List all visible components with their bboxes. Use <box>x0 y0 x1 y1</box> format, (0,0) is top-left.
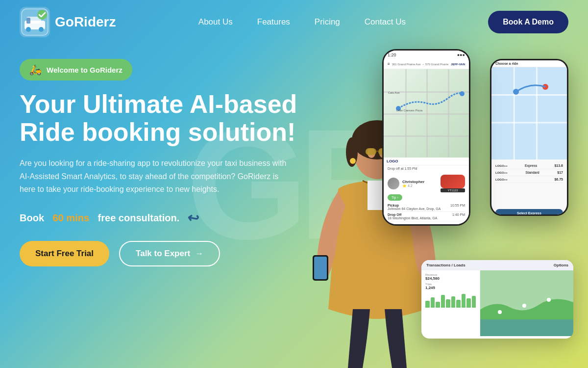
phone-route-bar: ≡ 301 Grand Prairie Ave → 570 Grand Prai… <box>384 59 469 69</box>
phone-second: Choose a ride <box>490 59 568 216</box>
dash-header: Transactions / Loads Options <box>421 260 573 270</box>
plate-badge: YT1122 <box>441 188 465 192</box>
select-express-button[interactable]: Select Express <box>495 209 563 216</box>
svg-rect-32 <box>480 319 573 336</box>
dropoff-label: Drop Off <box>388 213 437 216</box>
bar <box>446 299 450 308</box>
ride-logo-1: LOGO++ <box>495 171 508 174</box>
dash-left-panel: Revenue $24,580 Trips 1,245 <box>421 270 480 336</box>
pickup-time: 10:55 PM <box>450 204 465 210</box>
ride-option-2: LOGO++ $6.75 <box>495 176 563 183</box>
dash-stat-2: Trips 1,245 <box>425 283 476 290</box>
phone-screen: 1:20 ●●● ≡ 301 Grand Prairie Ave → 570 G… <box>384 51 469 224</box>
driver-row: Christopher ⭐ 4.2 YT1122 <box>388 175 465 192</box>
bar <box>425 301 430 308</box>
svg-rect-7 <box>26 18 30 24</box>
hero-title: Your Ultimate AI-based Ride booking solu… <box>20 90 314 146</box>
stat-value-2: 1,245 <box>425 286 476 290</box>
dropoff-item: Drop Off 18 Washington Blvd, Atlanta, GA… <box>388 212 465 221</box>
bar <box>466 298 471 308</box>
drop-time: Drop off at 1:55 PM <box>384 165 469 172</box>
driver-avatar <box>388 178 399 189</box>
hero-left: 🛵 Welcome to GoRiderz Your Ultimate AI-b… <box>20 49 314 368</box>
car-section: YT1122 <box>441 175 465 192</box>
pickup-info: Pickup Johnson 64 Clayton Ave, Drop, GA <box>388 204 441 210</box>
route-details: Pickup Johnson 64 Clayton Ave, Drop, GA … <box>388 203 465 221</box>
driver-rating: ⭐ 4.2 <box>402 184 438 188</box>
book-demo-button[interactable]: Book A Demo <box>488 11 568 33</box>
phone-signal: ●●● <box>457 53 465 57</box>
map-route-svg <box>384 69 469 158</box>
bar <box>431 297 435 308</box>
expert-label: Talk to Expert <box>136 249 190 259</box>
hero-description: Are you looking for a ride-sharing app t… <box>20 157 294 196</box>
dropoff-addr: 18 Washington Blvd, Atlanta, GA <box>388 216 437 220</box>
bar <box>441 295 445 308</box>
stat-value-1: $24,580 <box>425 276 476 281</box>
svg-rect-14 <box>366 148 376 155</box>
ride-logo-0: LOGO++ <box>495 164 508 167</box>
cta-buttons: Start Free Trial Talk to Expert → <box>20 241 314 266</box>
second-panel: LOGO++ Express $13.6 LOGO++ Standard $17… <box>491 159 567 216</box>
nav-features[interactable]: Features <box>257 17 290 26</box>
ride-price-2: $6.75 <box>554 178 563 181</box>
logo-icon <box>20 7 50 37</box>
consult-free: free consultation. <box>98 212 180 224</box>
ride-logo-2: LOGO++ <box>495 178 508 181</box>
ride-price-0: $13.6 <box>554 164 563 167</box>
ride-price-1: $17 <box>557 171 563 174</box>
logo-area: GoRiderz <box>20 7 116 37</box>
talk-to-expert-button[interactable]: Talk to Expert → <box>119 241 220 266</box>
driver-info: Christopher ⭐ 4.2 <box>402 180 438 188</box>
bar <box>472 296 476 308</box>
svg-point-5 <box>39 27 44 32</box>
welcome-badge-text: Welcome to GoRiderz <box>47 66 122 74</box>
dash-header-right: Options <box>554 263 568 267</box>
route-text: 301 Grand Prairie Ave → 570 Grand Prairi… <box>392 63 449 66</box>
user-label: JEFF-VAN <box>451 63 465 66</box>
ride-name-1: Standard <box>525 171 539 174</box>
dash-content: Revenue $24,580 Trips 1,245 <box>421 270 573 336</box>
bar <box>462 294 466 308</box>
bar <box>451 296 456 308</box>
booking-panel: Christopher ⭐ 4.2 YT1122 Tip › <box>384 172 469 224</box>
phone-second-screen: Choose a ride <box>491 60 567 214</box>
nav-contact[interactable]: Contact Us <box>365 17 406 26</box>
nav-links: About Us Features Pricing Contact Us <box>198 17 406 27</box>
logo-text: GoRiderz <box>55 14 116 30</box>
map-label: Cats Ave <box>388 91 400 94</box>
bar <box>436 302 440 308</box>
dropoff-info: Drop Off 18 Washington Blvd, Atlanta, GA <box>388 213 437 220</box>
svg-rect-24 <box>491 67 567 159</box>
badge-icon: 🛵 <box>29 64 42 76</box>
phone-main: 1:20 ●●● ≡ 301 Grand Prairie Ave → 570 G… <box>382 49 470 226</box>
dash-map-svg <box>480 270 573 336</box>
logo-on-phone: LOGO <box>384 158 469 165</box>
tip-button[interactable]: Tip › <box>388 194 402 201</box>
ride-name-0: Express <box>525 164 537 167</box>
driver-name: Christopher <box>402 180 438 184</box>
dash-bars <box>425 293 476 308</box>
svg-rect-20 <box>314 257 327 279</box>
pickup-addr: Johnson 64 Clayton Ave, Drop, GA <box>388 207 441 210</box>
dash-map-panel <box>480 270 573 336</box>
svg-point-34 <box>522 304 526 308</box>
svg-point-35 <box>547 298 551 302</box>
bar <box>456 300 461 308</box>
dash-header-left: Transactions / Loads <box>426 263 466 267</box>
dashboard-panel: Transactions / Loads Options Revenue $24… <box>421 260 573 339</box>
navbar: GoRiderz About Us Features Pricing Conta… <box>0 0 588 44</box>
nav-about[interactable]: About Us <box>198 17 233 26</box>
svg-point-17 <box>350 158 356 164</box>
svg-point-23 <box>460 91 465 96</box>
hero-right: 1:20 ●●● ≡ 301 Grand Prairie Ave → 570 G… <box>314 49 568 368</box>
pickup-label: Pickup <box>388 204 441 207</box>
hero-section: 🛵 Welcome to GoRiderz Your Ultimate AI-b… <box>0 44 588 368</box>
arrow-right-icon: → <box>195 249 203 259</box>
svg-point-4 <box>26 27 31 32</box>
start-free-trial-button[interactable]: Start Free Trial <box>20 241 109 266</box>
car-image <box>441 175 465 188</box>
arrow-icon: ↩ <box>186 209 200 227</box>
ride-option-0: LOGO++ Express $13.6 <box>495 162 563 169</box>
nav-pricing[interactable]: Pricing <box>315 17 340 26</box>
